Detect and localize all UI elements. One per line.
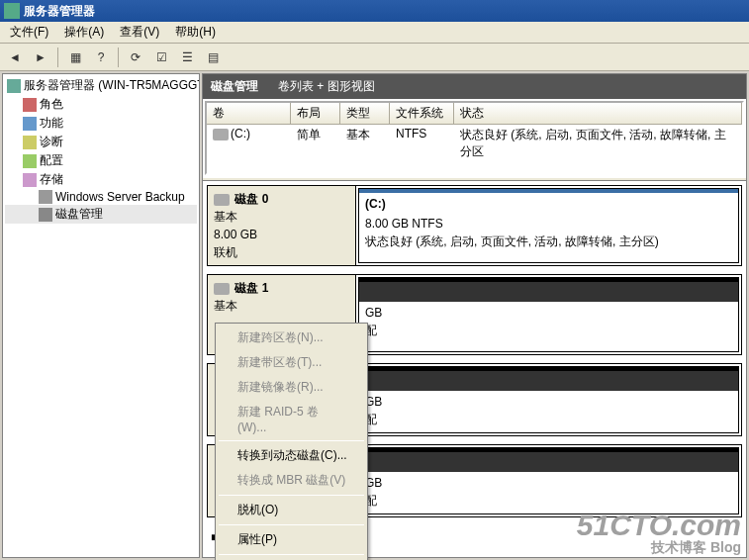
nav-tree[interactable]: 服务器管理器 (WIN-TR5MAGGGT1O) 角色 功能 诊断 配置 存储 … <box>2 73 200 558</box>
tree-roles[interactable]: 角色 <box>5 95 197 114</box>
ctx-properties[interactable]: 属性(P) <box>218 527 365 552</box>
grid-button[interactable]: ▤ <box>202 47 224 68</box>
disk-3-unallocated[interactable]: GB 配 <box>358 447 739 514</box>
forward-button[interactable]: ► <box>30 47 51 68</box>
ctx-convert-mbr[interactable]: 转换成 MBR 磁盘(V) <box>218 468 365 493</box>
window-title: 服务器管理器 <box>24 3 95 20</box>
ctx-new-striped[interactable]: 新建带区卷(T)... <box>218 350 365 375</box>
ctx-new-spanned[interactable]: 新建跨区卷(N)... <box>218 326 365 350</box>
volume-icon <box>213 129 229 140</box>
storage-icon <box>23 173 37 187</box>
features-icon <box>23 117 37 131</box>
col-type[interactable]: 类型 <box>340 103 390 124</box>
content-header: 磁盘管理 卷列表 + 图形视图 <box>203 74 746 99</box>
col-fs[interactable]: 文件系统 <box>390 103 454 124</box>
content-title: 磁盘管理 <box>211 78 258 95</box>
disk-icon <box>214 283 230 295</box>
disk-1-unallocated[interactable]: GB 配 <box>358 277 739 352</box>
col-volume[interactable]: 卷 <box>207 103 291 124</box>
menu-view[interactable]: 查看(V) <box>112 22 167 43</box>
menu-file[interactable]: 文件(F) <box>2 22 56 43</box>
menu-action[interactable]: 操作(A) <box>56 22 112 43</box>
volume-list-header: 卷 布局 类型 文件系统 状态 <box>207 103 742 125</box>
app-icon <box>4 3 20 19</box>
toolbar: ◄ ► ▦ ? ⟳ ☑ ☰ ▤ <box>0 44 749 71</box>
disk-0-partition-c[interactable]: (C:) 8.00 GB NTFS 状态良好 (系统, 启动, 页面文件, 活动… <box>358 188 739 263</box>
tree-features[interactable]: 功能 <box>5 114 197 133</box>
props-button[interactable]: ☑ <box>150 47 172 68</box>
ctx-offline[interactable]: 脱机(O) <box>218 498 365 522</box>
tree-backup[interactable]: Windows Server Backup <box>5 189 197 205</box>
disk-0-label[interactable]: 磁盘 0 基本 8.00 GB 联机 <box>208 186 356 265</box>
tree-root[interactable]: 服务器管理器 (WIN-TR5MAGGGT1O) <box>5 76 197 95</box>
col-status[interactable]: 状态 <box>454 103 742 124</box>
config-icon <box>23 154 37 168</box>
ctx-new-mirror[interactable]: 新建镜像卷(R)... <box>218 375 365 400</box>
volume-row[interactable]: (C:) 简单 基本 NTFS 状态良好 (系统, 启动, 页面文件, 活动, … <box>207 125 742 162</box>
show-hide-button[interactable]: ▦ <box>64 47 86 68</box>
content-subtitle: 卷列表 + 图形视图 <box>278 78 375 95</box>
col-layout[interactable]: 布局 <box>291 103 340 124</box>
window-titlebar: 服务器管理器 <box>0 0 749 22</box>
tree-storage[interactable]: 存储 <box>5 170 197 189</box>
volume-list[interactable]: 卷 布局 类型 文件系统 状态 (C:) 简单 基本 NTFS 状态良好 (系统… <box>205 101 744 175</box>
back-button[interactable]: ◄ <box>4 47 26 68</box>
server-icon <box>7 79 21 93</box>
backup-icon <box>39 190 52 204</box>
ctx-convert-dynamic[interactable]: 转换到动态磁盘(C)... <box>218 443 365 468</box>
list-button[interactable]: ☰ <box>176 47 198 68</box>
diskmgmt-icon <box>39 208 52 222</box>
roles-icon <box>23 98 37 112</box>
ctx-new-raid5[interactable]: 新建 RAID-5 卷(W)... <box>218 400 365 438</box>
help-button[interactable]: ? <box>90 47 112 68</box>
disk-0[interactable]: 磁盘 0 基本 8.00 GB 联机 (C:) 8.00 GB NTFS 状态良… <box>207 185 742 266</box>
disk-2-unallocated[interactable]: GB 配 <box>358 366 739 433</box>
menu-bar: 文件(F) 操作(A) 查看(V) 帮助(H) <box>0 22 749 44</box>
disk-icon <box>214 194 230 206</box>
refresh-button[interactable]: ⟳ <box>125 47 146 68</box>
tree-diag[interactable]: 诊断 <box>5 133 197 151</box>
menu-help[interactable]: 帮助(H) <box>167 22 224 43</box>
diag-icon <box>23 136 37 149</box>
tree-config[interactable]: 配置 <box>5 151 197 170</box>
tree-diskmgmt[interactable]: 磁盘管理 <box>5 205 197 224</box>
context-menu: 新建跨区卷(N)... 新建带区卷(T)... 新建镜像卷(R)... 新建 R… <box>215 323 368 560</box>
